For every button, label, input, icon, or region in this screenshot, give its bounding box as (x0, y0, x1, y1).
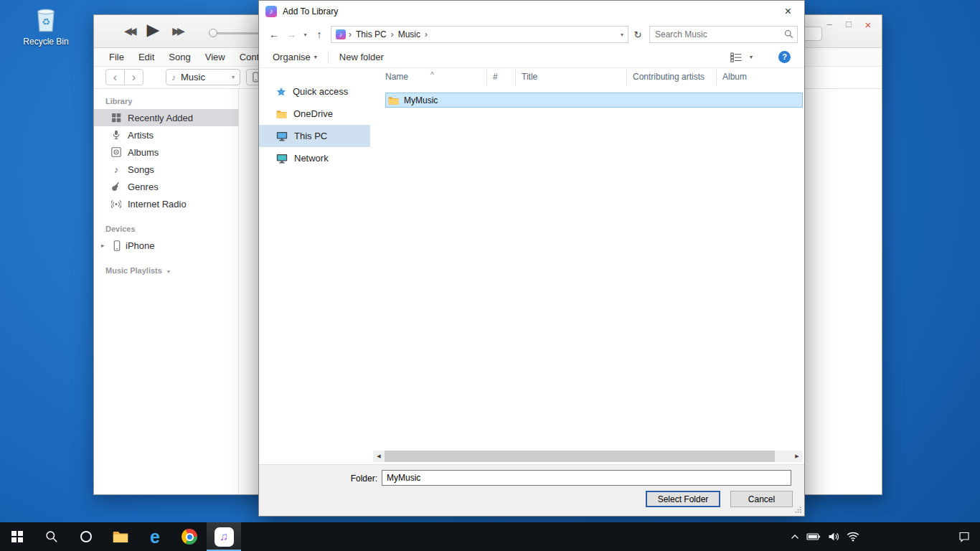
refresh-button[interactable]: ↻ (628, 29, 647, 40)
microphone-icon (111, 130, 121, 140)
recent-locations-dropdown[interactable]: ▾ (300, 32, 311, 38)
address-bar[interactable]: ♪ › This PC › Music › ▾ (331, 26, 628, 43)
view-options-dropdown-icon[interactable]: ▾ (750, 54, 753, 60)
help-button[interactable]: ? (778, 51, 791, 63)
select-folder-button[interactable]: Select Folder (646, 491, 720, 507)
column-headers: Name ^ # Title Contributing artists Albu… (370, 69, 804, 86)
sidebar-item-genres[interactable]: Genres (94, 178, 238, 195)
dialog-body: Quick access OneDrive This PC Network (259, 69, 804, 464)
rewind-button[interactable]: ◀◀ (124, 25, 134, 37)
search-icon (784, 29, 793, 39)
column-header-number[interactable]: # (487, 69, 516, 86)
network-indicator[interactable] (847, 532, 859, 542)
close-button[interactable]: × (863, 19, 873, 31)
dialog-toolbar: Organise ▾ New folder ▾ ? (259, 47, 804, 68)
folder-icon (113, 530, 128, 543)
nav-item-label: Network (294, 153, 329, 164)
horizontal-scrollbar[interactable]: ◀ ▶ (373, 451, 803, 462)
itunes-taskbar-button[interactable]: ♫ (207, 522, 241, 551)
nav-item-this-pc[interactable]: This PC (259, 125, 370, 147)
dialog-navigation-pane: Quick access OneDrive This PC Network (259, 69, 370, 464)
scroll-right-button[interactable]: ▶ (791, 451, 803, 462)
media-picker[interactable]: ♪ Music ▾ (166, 69, 240, 85)
onedrive-icon (276, 110, 287, 118)
column-header-album[interactable]: Album (717, 69, 801, 86)
network-icon (276, 154, 288, 164)
play-button[interactable]: ▶ (147, 20, 160, 39)
scroll-left-button[interactable]: ◀ (373, 451, 385, 462)
desktop: Recycle Bin ◀◀ ▶ ▶▶ – □ × File Edit Song… (0, 0, 980, 551)
folder-name-input[interactable] (382, 470, 791, 486)
nav-item-onedrive[interactable]: OneDrive (259, 103, 370, 125)
breadcrumb-this-pc[interactable]: This PC (352, 29, 391, 39)
new-folder-button[interactable]: New folder (339, 52, 384, 62)
nav-item-label: Quick access (293, 86, 348, 97)
music-playlists-label: Music Playlists (105, 266, 162, 275)
column-header-contributing-artists[interactable]: Contributing artists (627, 69, 717, 86)
cancel-button[interactable]: Cancel (730, 491, 793, 507)
broadcast-icon (111, 199, 121, 209)
itunes-forward-button[interactable]: › (124, 69, 143, 85)
scrollbar-thumb[interactable] (385, 451, 775, 462)
taskbar-search-button[interactable] (34, 522, 69, 551)
file-row-mymusic[interactable]: MyMusic (385, 93, 803, 108)
media-picker-value: Music (181, 72, 205, 83)
column-header-name[interactable]: Name ^ (370, 69, 487, 86)
sidebar-item-recently-added[interactable]: Recently Added (94, 109, 238, 126)
scrollbar-track[interactable] (385, 451, 791, 462)
recycle-bin[interactable]: Recycle Bin (20, 4, 72, 47)
nav-item-quick-access[interactable]: Quick access (259, 80, 370, 103)
action-center-button[interactable] (958, 531, 970, 542)
sidebar-item-label: Songs (128, 164, 154, 175)
music-playlists-header[interactable]: Music Playlists ▾ (105, 264, 238, 277)
battery-indicator[interactable] (806, 531, 821, 542)
back-button[interactable]: ← (265, 29, 283, 40)
nav-item-network[interactable]: Network (259, 147, 370, 169)
itunes-icon: ♫ (215, 527, 234, 547)
volume-slider[interactable] (210, 32, 260, 34)
minimize-button[interactable]: – (824, 19, 834, 31)
sort-ascending-icon: ^ (430, 69, 434, 83)
search-box[interactable] (649, 26, 798, 43)
volume-knob[interactable] (209, 29, 217, 37)
chevron-up-icon (791, 534, 799, 540)
menu-view[interactable]: View (202, 52, 229, 62)
dialog-titlebar: ♪ Add To Library (259, 1, 804, 22)
menu-file[interactable]: File (105, 52, 128, 62)
sidebar-item-albums[interactable]: Albums (94, 143, 238, 161)
iphone-icon (113, 240, 121, 251)
recycle-bin-icon (33, 4, 59, 33)
maximize-button[interactable]: □ (844, 19, 854, 31)
column-header-title[interactable]: Title (516, 69, 627, 86)
chevron-right-icon[interactable]: ▸ (101, 242, 108, 249)
list-view-icon[interactable] (730, 52, 742, 62)
start-button[interactable] (0, 522, 34, 551)
itunes-back-button[interactable]: ‹ (105, 69, 125, 85)
organise-button[interactable]: Organise (273, 52, 311, 62)
cortana-icon (80, 531, 92, 542)
up-button[interactable]: ↑ (311, 29, 328, 40)
sidebar-item-iphone[interactable]: ▸ iPhone (94, 237, 238, 254)
breadcrumb-music[interactable]: Music (394, 29, 425, 39)
grid-icon (111, 113, 121, 123)
forward-button[interactable]: → (283, 29, 300, 40)
menu-song[interactable]: Song (165, 52, 194, 62)
file-explorer-button[interactable] (103, 522, 138, 551)
sidebar-item-songs[interactable]: ♪ Songs (94, 161, 238, 178)
cortana-button[interactable] (69, 522, 103, 551)
edge-button[interactable]: e (138, 522, 172, 551)
volume-indicator[interactable] (828, 531, 839, 542)
sidebar-item-internet-radio[interactable]: Internet Radio (94, 195, 238, 212)
resize-grip[interactable] (794, 506, 802, 514)
chrome-button[interactable] (172, 522, 207, 551)
address-dropdown-icon[interactable]: ▾ (621, 32, 623, 38)
dialog-close-button[interactable]: × (772, 1, 804, 22)
menu-edit[interactable]: Edit (135, 52, 158, 62)
folder-label: Folder: (259, 474, 377, 484)
search-input[interactable] (650, 27, 797, 42)
tray-expand-button[interactable] (791, 534, 799, 540)
fast-forward-button[interactable]: ▶▶ (172, 25, 182, 37)
itunes-app-icon: ♪ (265, 6, 277, 17)
sidebar-item-artists[interactable]: Artists (94, 126, 238, 143)
nav-item-label: OneDrive (293, 108, 333, 119)
